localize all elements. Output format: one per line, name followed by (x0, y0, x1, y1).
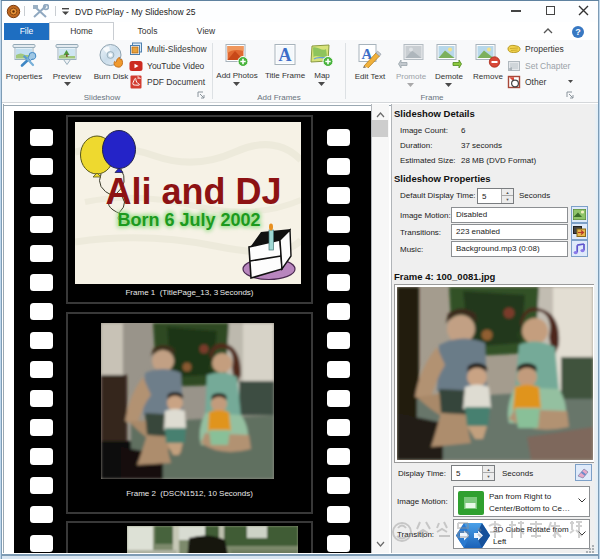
svg-text:A: A (279, 45, 292, 65)
svg-text:Ali and DJ: Ali and DJ (105, 171, 281, 212)
svg-text:Born 6 July 2002: Born 6 July 2002 (117, 210, 260, 230)
